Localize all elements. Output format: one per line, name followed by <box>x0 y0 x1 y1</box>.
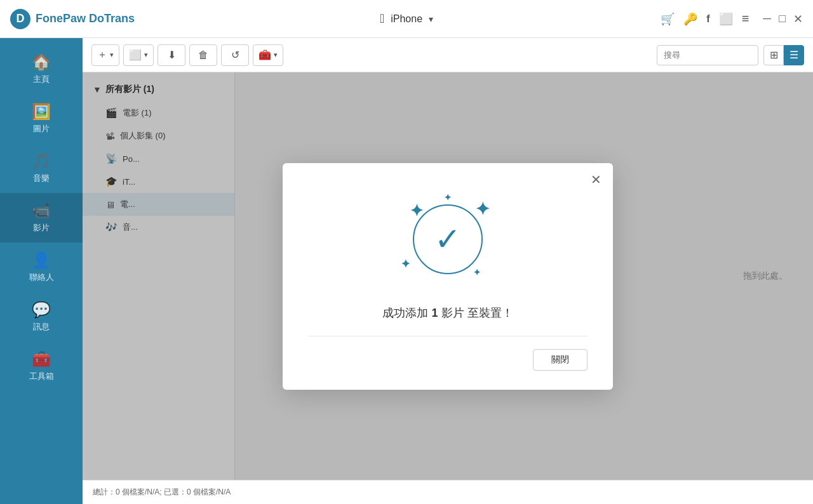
content-area: ＋ ▾ ⬜ ▾ ⬇ 🗑 ↺ 🧰 ▾ <box>83 38 813 504</box>
sidebar: 🏠 主頁 🖼️ 圖片 🎵 音樂 📹 影片 👤 聯絡人 💬 訊息 🧰 工具箱 <box>0 38 83 504</box>
search-area: ⊞ ☰ <box>657 45 804 65</box>
modal-overlay: ✕ ✦ ✦ ✦ ✦ ✦ ✓ <box>83 72 813 480</box>
sparkle-tr-icon: ✦ <box>475 199 490 220</box>
title-bar-right: 🛒 🔑 f ⬜ ≡ ─ □ ✕ <box>661 11 803 26</box>
sidebar-item-home[interactable]: 🏠 主頁 <box>0 44 83 94</box>
sidebar-label-toolbox: 工具箱 <box>29 371 54 382</box>
maximize-button[interactable]: □ <box>779 12 786 26</box>
home-icon: 🏠 <box>32 53 51 71</box>
sidebar-label-messages: 訊息 <box>33 321 50 333</box>
logo-icon: D <box>10 9 30 29</box>
checkmark-icon: ✓ <box>434 223 461 255</box>
status-text: 總計：0 個檔案/N/A; 已選：0 個檔案/N/A <box>93 487 231 498</box>
title-bar: D FonePaw DoTrans  iPhone ▾ 🛒 🔑 f ⬜ ≡ ─… <box>0 0 813 38</box>
tools-button[interactable]: 🧰 ▾ <box>253 44 283 66</box>
export-icon: ⬜ <box>129 49 142 61</box>
toolbar: ＋ ▾ ⬜ ▾ ⬇ 🗑 ↺ 🧰 ▾ <box>83 38 813 72</box>
modal-close-icon: ✕ <box>591 173 601 187</box>
sidebar-item-videos[interactable]: 📹 影片 <box>0 193 83 242</box>
videos-icon: 📹 <box>32 202 51 220</box>
messages-icon: 💬 <box>32 301 51 319</box>
add-button[interactable]: ＋ ▾ <box>91 44 119 66</box>
import-icon: ⬇ <box>168 49 176 61</box>
apple-icon:  <box>380 11 384 26</box>
modal-message-suffix: 影片 至裝置！ <box>438 307 513 319</box>
tools-icon: 🧰 <box>259 49 271 61</box>
sidebar-item-music[interactable]: 🎵 音樂 <box>0 143 83 193</box>
sidebar-label-home: 主頁 <box>33 74 50 85</box>
app-logo: D FonePaw DoTrans <box>10 9 135 29</box>
sparkle-br-icon: ✦ <box>473 267 481 277</box>
dropdown-chevron-icon[interactable]: ▾ <box>429 14 433 24</box>
modal-body: ✦ ✦ ✦ ✦ ✦ ✓ 成功添加 1 影片 至裝置！ <box>308 189 588 371</box>
view-toggle: ⊞ ☰ <box>763 45 804 65</box>
refresh-button[interactable]: ↺ <box>221 44 249 66</box>
status-bar: 總計：0 個檔案/N/A; 已選：0 個檔案/N/A <box>83 480 813 504</box>
modal-footer: 關閉 <box>308 336 588 371</box>
add-dropdown-icon: ▾ <box>110 51 114 59</box>
sidebar-item-messages[interactable]: 💬 訊息 <box>0 292 83 342</box>
search-input[interactable] <box>657 45 758 65</box>
modal-message-prefix: 成功添加 <box>382 307 431 319</box>
panel-layout: ▼ 所有影片 (1) 🎬 電影 (1) 📽 個人影集 (0) 📡 Po... 🎓 <box>83 72 813 480</box>
sidebar-label-music: 音樂 <box>33 173 50 184</box>
tools-dropdown-icon: ▾ <box>274 51 278 59</box>
grid-icon: ⊞ <box>770 49 778 61</box>
export-dropdown-icon: ▾ <box>144 51 148 59</box>
close-modal-button[interactable]: 關閉 <box>533 349 588 371</box>
toolbox-icon: 🧰 <box>32 350 51 368</box>
close-button[interactable]: ✕ <box>793 12 803 26</box>
contacts-icon: 👤 <box>32 251 51 269</box>
sidebar-label-contacts: 聯絡人 <box>29 272 54 283</box>
modal-message-count: 1 <box>431 307 438 319</box>
sidebar-label-photos: 圖片 <box>33 123 50 135</box>
success-modal: ✕ ✦ ✦ ✦ ✦ ✦ ✓ <box>283 163 613 390</box>
facebook-icon[interactable]: f <box>706 13 709 25</box>
list-view-button[interactable]: ☰ <box>784 45 804 65</box>
key-icon[interactable]: 🔑 <box>683 12 697 26</box>
add-icon: ＋ <box>97 48 107 62</box>
import-button[interactable]: ⬇ <box>158 44 185 66</box>
menu-icon[interactable]: ≡ <box>742 11 749 26</box>
delete-icon: 🗑 <box>198 50 208 61</box>
modal-close-button[interactable]: ✕ <box>591 172 601 187</box>
main-layout: 🏠 主頁 🖼️ 圖片 🎵 音樂 📹 影片 👤 聯絡人 💬 訊息 🧰 工具箱 <box>0 38 813 504</box>
modal-message: 成功添加 1 影片 至裝置！ <box>382 305 513 321</box>
list-icon: ☰ <box>789 49 798 61</box>
app-name: FonePaw DoTrans <box>36 12 135 25</box>
delete-button[interactable]: 🗑 <box>189 44 217 66</box>
cart-icon[interactable]: 🛒 <box>661 12 675 26</box>
minimize-button[interactable]: ─ <box>763 12 771 26</box>
refresh-icon: ↺ <box>231 49 239 61</box>
sparkle-t-icon: ✦ <box>444 192 452 202</box>
sidebar-label-videos: 影片 <box>33 222 50 234</box>
window-controls: ─ □ ✕ <box>763 12 803 26</box>
sparkle-tl-icon: ✦ <box>410 201 424 221</box>
music-icon: 🎵 <box>32 152 51 170</box>
device-selector[interactable]:  iPhone ▾ <box>380 11 433 26</box>
device-name: iPhone <box>391 13 422 25</box>
sidebar-item-toolbox[interactable]: 🧰 工具箱 <box>0 342 83 391</box>
export-button[interactable]: ⬜ ▾ <box>123 44 154 66</box>
photos-icon: 🖼️ <box>32 103 51 121</box>
sidebar-item-contacts[interactable]: 👤 聯絡人 <box>0 242 83 292</box>
sparkle-bl-icon: ✦ <box>401 257 410 271</box>
message-icon[interactable]: ⬜ <box>719 12 733 26</box>
sidebar-item-photos[interactable]: 🖼️ 圖片 <box>0 94 83 143</box>
grid-view-button[interactable]: ⊞ <box>763 45 784 65</box>
success-graphic: ✦ ✦ ✦ ✦ ✦ ✓ <box>397 189 499 290</box>
